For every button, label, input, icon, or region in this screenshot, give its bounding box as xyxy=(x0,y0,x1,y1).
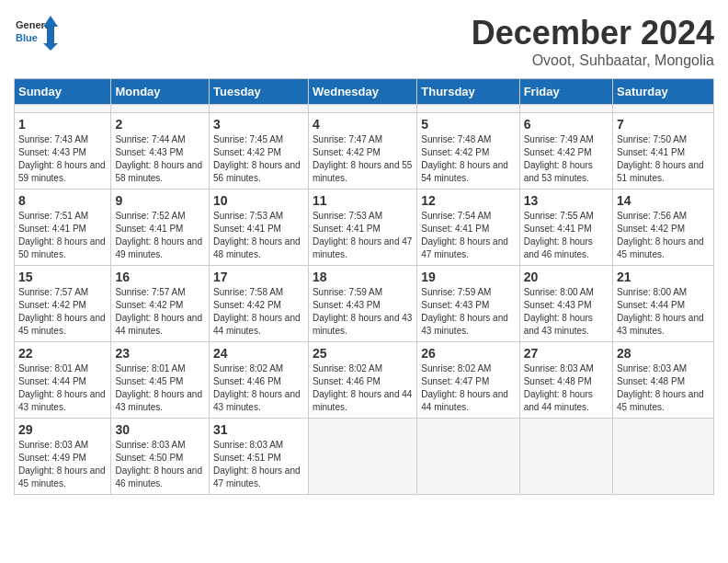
calendar-cell: 3Sunrise: 7:45 AMSunset: 4:42 PMDaylight… xyxy=(210,113,309,190)
page-header: General Blue December 2024 Ovoot, Suhbaa… xyxy=(14,14,714,69)
calendar-week-3: 8Sunrise: 7:51 AMSunset: 4:41 PMDaylight… xyxy=(15,190,714,266)
calendar-title: December 2024 xyxy=(472,14,714,52)
calendar-cell: 12Sunrise: 7:54 AMSunset: 4:41 PMDayligh… xyxy=(417,190,519,266)
column-header-friday: Friday xyxy=(519,79,612,105)
calendar-cell: 17Sunrise: 7:58 AMSunset: 4:42 PMDayligh… xyxy=(210,266,309,342)
day-info: Sunrise: 7:44 AMSunset: 4:43 PMDaylight:… xyxy=(115,133,205,185)
day-number: 29 xyxy=(18,422,107,437)
day-number: 13 xyxy=(524,193,609,208)
day-info: Sunrise: 8:02 AMSunset: 4:46 PMDaylight:… xyxy=(213,362,304,414)
title-section: December 2024 Ovoot, Suhbaatar, Mongolia xyxy=(472,14,714,69)
calendar-week-6: 29Sunrise: 8:03 AMSunset: 4:49 PMDayligh… xyxy=(15,419,714,495)
day-info: Sunrise: 8:02 AMSunset: 4:46 PMDaylight:… xyxy=(313,362,413,414)
day-info: Sunrise: 8:03 AMSunset: 4:49 PMDaylight:… xyxy=(18,439,107,490)
column-header-saturday: Saturday xyxy=(613,79,714,105)
day-number: 21 xyxy=(617,270,710,284)
day-info: Sunrise: 7:53 AMSunset: 4:41 PMDaylight:… xyxy=(213,210,304,261)
calendar-cell: 25Sunrise: 8:02 AMSunset: 4:46 PMDayligh… xyxy=(308,342,416,419)
calendar-cell xyxy=(308,419,416,495)
calendar-cell: 11Sunrise: 7:53 AMSunset: 4:41 PMDayligh… xyxy=(308,190,416,266)
calendar-cell xyxy=(417,419,519,495)
calendar-cell: 14Sunrise: 7:56 AMSunset: 4:42 PMDayligh… xyxy=(613,190,714,266)
day-number: 3 xyxy=(213,117,304,132)
svg-text:Blue: Blue xyxy=(16,32,38,43)
calendar-cell: 13Sunrise: 7:55 AMSunset: 4:41 PMDayligh… xyxy=(519,190,612,266)
logo: General Blue xyxy=(14,14,60,51)
calendar-cell xyxy=(15,105,111,113)
calendar-cell: 23Sunrise: 8:01 AMSunset: 4:45 PMDayligh… xyxy=(111,342,210,419)
calendar-cell: 1Sunrise: 7:43 AMSunset: 4:43 PMDaylight… xyxy=(15,113,111,190)
calendar-cell: 20Sunrise: 8:00 AMSunset: 4:43 PMDayligh… xyxy=(519,266,612,342)
calendar-cell xyxy=(210,105,309,113)
day-number: 8 xyxy=(18,193,107,208)
day-number: 12 xyxy=(421,193,515,208)
calendar-cell: 27Sunrise: 8:03 AMSunset: 4:48 PMDayligh… xyxy=(519,342,612,419)
day-info: Sunrise: 7:56 AMSunset: 4:42 PMDaylight:… xyxy=(617,210,710,261)
day-info: Sunrise: 8:00 AMSunset: 4:43 PMDaylight:… xyxy=(524,286,609,338)
day-number: 23 xyxy=(115,346,205,361)
day-info: Sunrise: 8:02 AMSunset: 4:47 PMDaylight:… xyxy=(421,362,515,414)
day-number: 6 xyxy=(524,117,609,132)
day-number: 15 xyxy=(18,270,107,284)
calendar-cell: 21Sunrise: 8:00 AMSunset: 4:44 PMDayligh… xyxy=(613,266,714,342)
calendar-week-2: 1Sunrise: 7:43 AMSunset: 4:43 PMDaylight… xyxy=(15,113,714,190)
calendar-cell xyxy=(417,105,519,113)
calendar-cell: 9Sunrise: 7:52 AMSunset: 4:41 PMDaylight… xyxy=(111,190,210,266)
calendar-cell: 2Sunrise: 7:44 AMSunset: 4:43 PMDaylight… xyxy=(111,113,210,190)
day-number: 10 xyxy=(213,193,304,208)
day-info: Sunrise: 8:01 AMSunset: 4:44 PMDaylight:… xyxy=(18,362,107,414)
calendar-cell xyxy=(519,419,612,495)
day-number: 7 xyxy=(617,117,710,132)
day-info: Sunrise: 8:01 AMSunset: 4:45 PMDaylight:… xyxy=(115,362,205,414)
calendar-cell xyxy=(613,105,714,113)
day-info: Sunrise: 7:43 AMSunset: 4:43 PMDaylight:… xyxy=(18,133,107,185)
column-header-tuesday: Tuesday xyxy=(210,79,309,105)
calendar-cell xyxy=(519,105,612,113)
calendar-cell: 24Sunrise: 8:02 AMSunset: 4:46 PMDayligh… xyxy=(210,342,309,419)
day-number: 28 xyxy=(617,346,710,361)
calendar-cell: 22Sunrise: 8:01 AMSunset: 4:44 PMDayligh… xyxy=(15,342,111,419)
calendar-table: SundayMondayTuesdayWednesdayThursdayFrid… xyxy=(14,78,714,495)
day-number: 14 xyxy=(617,193,710,208)
day-number: 25 xyxy=(313,346,413,361)
day-info: Sunrise: 7:57 AMSunset: 4:42 PMDaylight:… xyxy=(18,286,107,338)
day-info: Sunrise: 7:48 AMSunset: 4:42 PMDaylight:… xyxy=(421,133,515,185)
day-info: Sunrise: 7:53 AMSunset: 4:41 PMDaylight:… xyxy=(313,210,413,261)
calendar-cell: 31Sunrise: 8:03 AMSunset: 4:51 PMDayligh… xyxy=(210,419,309,495)
day-number: 1 xyxy=(18,117,107,132)
day-info: Sunrise: 7:47 AMSunset: 4:42 PMDaylight:… xyxy=(313,133,413,185)
calendar-week-5: 22Sunrise: 8:01 AMSunset: 4:44 PMDayligh… xyxy=(15,342,714,419)
day-number: 22 xyxy=(18,346,107,361)
column-header-thursday: Thursday xyxy=(417,79,519,105)
calendar-cell: 29Sunrise: 8:03 AMSunset: 4:49 PMDayligh… xyxy=(15,419,111,495)
calendar-cell xyxy=(308,105,416,113)
day-number: 4 xyxy=(313,117,413,132)
day-number: 26 xyxy=(421,346,515,361)
day-info: Sunrise: 7:52 AMSunset: 4:41 PMDaylight:… xyxy=(115,210,205,261)
day-number: 16 xyxy=(115,270,205,284)
column-header-wednesday: Wednesday xyxy=(308,79,416,105)
calendar-cell: 30Sunrise: 8:03 AMSunset: 4:50 PMDayligh… xyxy=(111,419,210,495)
calendar-cell: 10Sunrise: 7:53 AMSunset: 4:41 PMDayligh… xyxy=(210,190,309,266)
column-header-monday: Monday xyxy=(111,79,210,105)
calendar-week-1 xyxy=(15,105,714,113)
day-number: 17 xyxy=(213,270,304,284)
calendar-cell: 4Sunrise: 7:47 AMSunset: 4:42 PMDaylight… xyxy=(308,113,416,190)
day-info: Sunrise: 8:03 AMSunset: 4:48 PMDaylight:… xyxy=(524,362,609,414)
day-info: Sunrise: 7:59 AMSunset: 4:43 PMDaylight:… xyxy=(313,286,413,338)
day-info: Sunrise: 8:03 AMSunset: 4:48 PMDaylight:… xyxy=(617,362,710,414)
day-number: 2 xyxy=(115,117,205,132)
day-info: Sunrise: 7:55 AMSunset: 4:41 PMDaylight:… xyxy=(524,210,609,261)
day-number: 19 xyxy=(421,270,515,284)
day-info: Sunrise: 7:50 AMSunset: 4:41 PMDaylight:… xyxy=(617,133,710,185)
day-number: 18 xyxy=(313,270,413,284)
calendar-cell: 8Sunrise: 7:51 AMSunset: 4:41 PMDaylight… xyxy=(15,190,111,266)
calendar-cell: 18Sunrise: 7:59 AMSunset: 4:43 PMDayligh… xyxy=(308,266,416,342)
calendar-cell xyxy=(111,105,210,113)
day-number: 9 xyxy=(115,193,205,208)
calendar-cell: 16Sunrise: 7:57 AMSunset: 4:42 PMDayligh… xyxy=(111,266,210,342)
day-info: Sunrise: 8:03 AMSunset: 4:50 PMDaylight:… xyxy=(115,439,205,490)
logo-icon: General Blue xyxy=(14,14,60,51)
day-number: 5 xyxy=(421,117,515,132)
day-info: Sunrise: 7:49 AMSunset: 4:42 PMDaylight:… xyxy=(524,133,609,185)
